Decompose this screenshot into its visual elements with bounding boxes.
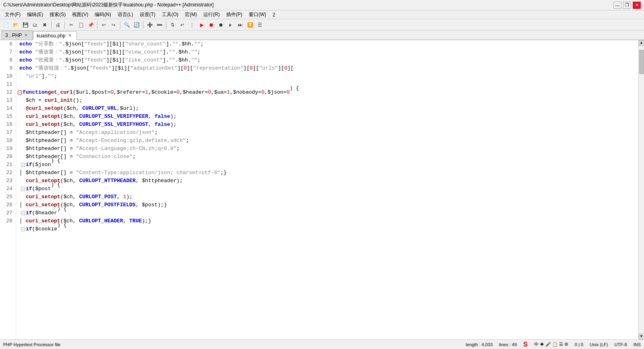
file-type-label: PHP Hypertext Processor file	[3, 342, 60, 347]
menu-bar: 文件(F) 编辑(E) 搜索(S) 视图(V) 编码(N) 语言(L) 设置(T…	[0, 10, 644, 19]
linenum-12: 12	[3, 88, 12, 96]
menu-encoding[interactable]: 编码(N)	[91, 10, 114, 19]
code-line-24: curl_setopt($ch, CURLOPT_POST, 1);	[18, 193, 637, 201]
minimize-button[interactable]: —	[613, 2, 621, 9]
linenum-15: 15	[3, 113, 12, 121]
linenum-9: 9	[3, 64, 12, 72]
toolbar-btn-extra1[interactable]: ⏭	[236, 21, 245, 29]
zoom-in-button[interactable]: ➕	[145, 21, 154, 29]
cut-button[interactable]: ✂	[67, 21, 76, 29]
new-button[interactable]: 📄	[2, 21, 10, 29]
menu-file[interactable]: 文件(F)	[2, 10, 24, 19]
status-right: length : 4,033 lines : 49 S 中 ◈ 🎤 📋 ☰ ⚙ …	[466, 341, 641, 348]
code-line-17: $httpheader[] = "Accept-Encoding:gzip,de…	[18, 137, 637, 145]
linenum-10: 10	[3, 72, 12, 80]
word-wrap-button[interactable]: ↵	[178, 21, 187, 29]
code-line-7: echo "播放量：".$json["feeds"][$i]["view_cou…	[18, 48, 637, 56]
code-line-27: │curl_setopt($ch, CURLOPT_HEADER, TRUE);…	[18, 217, 637, 225]
linenum-18: 18	[3, 137, 12, 145]
redo-button[interactable]: ↪	[109, 21, 118, 29]
linenum-26: 26	[3, 201, 12, 209]
title-buttons: — ❐ ✕	[613, 2, 641, 9]
menu-plugins[interactable]: 插件(P)	[223, 10, 246, 19]
tab-3-close[interactable]: ✕	[23, 33, 29, 38]
toolbar-btn-extra3[interactable]: ☰	[255, 21, 264, 29]
status-icons: 中 ◈ 🎤 📋 ☰ ⚙	[534, 341, 568, 347]
scroll-up-button[interactable]: ▲	[639, 40, 644, 46]
stop-button[interactable]: ⏹	[207, 21, 216, 29]
code-line-9b: "url"]."";	[18, 72, 637, 80]
undo-button[interactable]: ↩	[99, 21, 108, 29]
find-button[interactable]: 🔍	[122, 21, 131, 29]
toolbar-sep-2	[64, 21, 65, 29]
scroll-thumb[interactable]	[639, 50, 644, 74]
linenum-22: 22	[3, 169, 12, 177]
status-bar: PHP Hypertext Processor file length : 4,…	[0, 339, 644, 349]
save-all-button[interactable]: 🗂	[31, 21, 39, 29]
menu-tools[interactable]: 工具(O)	[159, 10, 182, 19]
code-line-8: echo "收藏量：".$json["feeds"][$i]["like_cou…	[18, 56, 637, 64]
menu-macro[interactable]: 宏(M)	[182, 10, 200, 19]
tab-bar: 3 . PHP ✕ kuaishou.php ✕	[0, 31, 644, 40]
linenum-14: 14	[3, 105, 12, 113]
scroll-down-button[interactable]: ▼	[639, 334, 644, 339]
toolbar-sep-5	[143, 21, 143, 29]
maximize-button[interactable]: ❐	[623, 2, 631, 9]
macro-record-button[interactable]: ⏺	[217, 21, 225, 29]
toolbar-sep-4	[120, 21, 120, 29]
tab-kuaishou-close[interactable]: ✕	[67, 33, 72, 38]
code-line-22: curl_setopt($ch, CURLOPT_HTTPHEADER, $ht…	[18, 177, 637, 185]
tab-3-label: 3 . PHP	[5, 33, 22, 38]
code-line-26: −if($header) {	[18, 209, 637, 217]
line-numbers: 6 7 8 9 10 11 12 13 14 15 16 17 18 19 20…	[0, 40, 16, 339]
menu-view[interactable]: 视图(V)	[69, 10, 91, 19]
toolbar-sep-3	[97, 21, 97, 29]
menu-window[interactable]: 窗口(W)	[246, 10, 269, 19]
title-bar: C:\Users\Administrator\Desktop\网站源码\2023…	[0, 0, 644, 10]
linenum-28: 28	[3, 217, 12, 225]
menu-settings[interactable]: 设置(T)	[136, 10, 159, 19]
toolbar-btn-extra2[interactable]: ⏬	[246, 21, 254, 29]
title-text: C:\Users\Administrator\Desktop\网站源码\2023…	[3, 2, 214, 8]
scroll-track	[639, 46, 644, 334]
open-button[interactable]: 📂	[11, 21, 20, 29]
linenum-23: 23	[3, 177, 12, 185]
indent-guide-button[interactable]: ⋮	[188, 21, 196, 29]
code-line-19: $httpheader[] = "Connection:close";	[18, 153, 637, 161]
code-line-12: $ch = curl_init();	[18, 96, 637, 105]
menu-search[interactable]: 搜索(S)	[46, 10, 69, 19]
linenum-16: 16	[3, 121, 12, 129]
sync-scroll-button[interactable]: ⇅	[168, 21, 177, 29]
tab-3[interactable]: 3 . PHP ✕	[2, 31, 33, 39]
scrollbar: ▲ ▼	[638, 40, 644, 339]
linenum-11: 11	[3, 80, 12, 88]
menu-language[interactable]: 语言(L)	[114, 10, 136, 19]
close-button[interactable]: ✕	[633, 2, 641, 9]
close-doc-button[interactable]: ✖	[40, 21, 49, 29]
zoom-out-button[interactable]: ➖	[155, 21, 164, 29]
menu-2[interactable]: 2	[269, 11, 279, 18]
status-logo: S	[523, 341, 528, 348]
menu-edit[interactable]: 编辑(E)	[24, 10, 46, 19]
code-line-28: −if($cookie) {	[18, 225, 637, 233]
copy-button[interactable]: 📋	[76, 21, 85, 29]
run-button[interactable]: ▶	[197, 21, 206, 29]
linenum-13: 13	[3, 96, 12, 105]
status-left: PHP Hypertext Processor file	[3, 342, 60, 347]
toolbar-sep-6	[166, 21, 166, 29]
insert-mode-label: INS	[634, 342, 641, 347]
code-line-11: −function get_curl($url,$post=0,$referer…	[18, 88, 637, 96]
paste-button[interactable]: 📌	[86, 21, 95, 29]
code-line-25: │curl_setopt($ch, CURLOPT_POSTFIELDS, $p…	[18, 201, 637, 209]
linenum-25: 25	[3, 193, 12, 201]
code-line-23: −if($post) {	[18, 185, 637, 193]
menu-run[interactable]: 运行(R)	[200, 10, 223, 19]
linenum-21: 21	[3, 161, 12, 169]
replace-button[interactable]: 🔄	[132, 21, 141, 29]
code-content[interactable]: echo "分享数：".$json["feeds"][$i]["share_co…	[16, 40, 638, 339]
code-line-15: curl_setopt($ch, CURLOPT_SSL_VERIFYHOST,…	[18, 121, 637, 129]
macro-play-button[interactable]: ⏵	[226, 21, 235, 29]
save-button[interactable]: 💾	[21, 21, 30, 29]
print-button[interactable]: 🖨	[54, 21, 62, 29]
tab-kuaishou[interactable]: kuaishou.php ✕	[33, 31, 76, 40]
